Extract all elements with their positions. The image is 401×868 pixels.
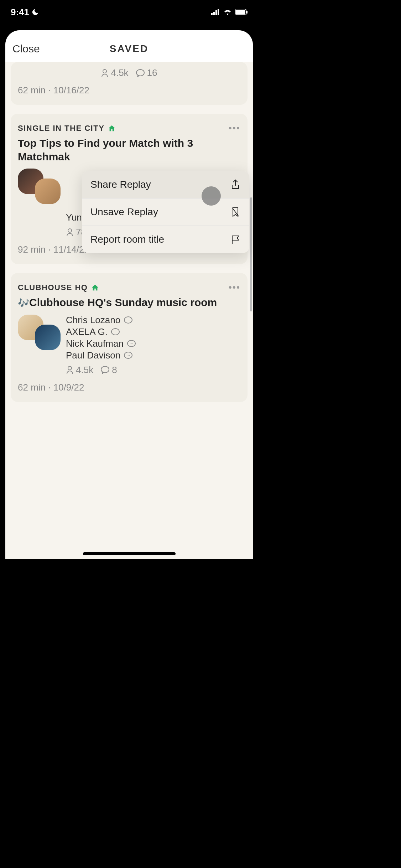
avatar-stack: [18, 169, 61, 204]
speaker-row: Paul Davison⋯: [66, 350, 240, 361]
avatar-stack: [18, 315, 61, 350]
comment-count: 16: [136, 67, 157, 78]
more-button[interactable]: •••: [229, 282, 240, 293]
chat-icon: ⋯: [124, 352, 132, 359]
stats-row: 4.5k 8: [66, 365, 240, 376]
svg-point-11: [68, 366, 72, 370]
svg-rect-5: [235, 10, 245, 15]
speaker-row: AXELA G.⋯: [66, 326, 240, 337]
svg-rect-3: [218, 9, 219, 15]
person-icon: [66, 366, 74, 374]
club-label: CLUBHOUSE HQ: [18, 283, 88, 292]
status-time: 9:41: [11, 7, 39, 18]
wifi-icon: [223, 9, 232, 15]
speaker-row: Chris Lozano⋯: [66, 315, 240, 326]
club-label: SINGLE IN THE CITY: [18, 124, 104, 133]
chat-icon: ⋯: [127, 340, 136, 347]
info-column: Chris Lozano⋯ AXELA G.⋯ Nick Kaufman⋯ Pa…: [66, 315, 240, 376]
speaker-name: Paul Davison: [66, 350, 120, 361]
battery-icon: [235, 9, 248, 15]
chat-icon: ⋯: [124, 316, 132, 324]
context-menu: Share Replay Unsave Replay Report room t…: [82, 171, 249, 253]
room-title: 🎶Clubhouse HQ's Sunday music room: [18, 296, 240, 309]
room-title: Top Tips to Find your Match with 3 Match…: [18, 136, 240, 163]
more-button[interactable]: •••: [229, 123, 240, 134]
comment-value: 16: [147, 67, 157, 78]
scrollbar[interactable]: [250, 197, 252, 311]
svg-point-9: [68, 229, 72, 232]
flag-icon: [230, 234, 241, 245]
header: Close SAVED: [5, 30, 253, 62]
person-icon: [101, 69, 109, 77]
close-button[interactable]: Close: [12, 43, 40, 55]
moon-icon: [31, 8, 39, 16]
speaker-name: Nick Kaufman: [66, 338, 124, 349]
comment-count: 8: [100, 365, 117, 376]
svg-point-8: [136, 69, 144, 76]
speaker-name: AXELA G.: [66, 326, 108, 337]
menu-label: Unsave Replay: [90, 206, 158, 218]
menu-label: Share Replay: [90, 179, 151, 190]
club-row: CLUBHOUSE HQ •••: [18, 282, 240, 293]
music-icon: 🎶: [18, 298, 29, 308]
club-name: SINGLE IN THE CITY: [18, 124, 116, 133]
comment-icon: [100, 366, 110, 374]
menu-label: Report room title: [90, 234, 164, 245]
listener-value: 4.5k: [111, 67, 128, 78]
svg-rect-6: [246, 11, 248, 14]
app-panel: Close SAVED 4.5k 16 62 min · 10/16/22: [5, 30, 253, 559]
share-icon: [230, 179, 241, 190]
svg-rect-1: [213, 12, 215, 15]
listener-count: 4.5k: [101, 67, 128, 78]
touch-indicator: [202, 186, 221, 206]
content-scroll[interactable]: 4.5k 16 62 min · 10/16/22 SINGLE IN THE …: [5, 62, 253, 551]
avatar: [35, 179, 61, 204]
report-room-item[interactable]: Report room title: [82, 226, 249, 253]
club-row: SINGLE IN THE CITY •••: [18, 123, 240, 134]
comment-value: 8: [112, 365, 117, 376]
share-replay-item[interactable]: Share Replay: [82, 171, 249, 198]
saved-card[interactable]: 4.5k 16 62 min · 10/16/22: [11, 62, 248, 105]
meta-text: 62 min · 10/9/22: [18, 382, 240, 393]
meta-text: 62 min · 10/16/22: [18, 85, 240, 96]
saved-card[interactable]: CLUBHOUSE HQ ••• 🎶Clubhouse HQ's Sunday …: [11, 273, 248, 402]
chat-icon: ⋯: [111, 328, 120, 335]
unsave-replay-item[interactable]: Unsave Replay: [82, 198, 249, 226]
signal-icon: [211, 9, 220, 15]
svg-rect-2: [215, 10, 217, 15]
speaker-row: Nick Kaufman⋯: [66, 338, 240, 349]
bookmark-remove-icon: [230, 207, 241, 217]
listener-count: 4.5k: [66, 365, 93, 376]
svg-point-7: [103, 69, 106, 73]
title-text: Clubhouse HQ's Sunday music room: [29, 296, 217, 308]
status-icons: [211, 9, 248, 15]
svg-rect-0: [211, 13, 213, 15]
avatar: [35, 325, 61, 350]
home-icon: [108, 124, 116, 132]
speaker-name: Chris Lozano: [66, 315, 120, 326]
listener-value: 4.5k: [76, 365, 93, 376]
svg-point-12: [101, 366, 109, 373]
page-title: SAVED: [110, 43, 149, 55]
stats-row: 4.5k 16: [18, 67, 240, 78]
comment-icon: [136, 69, 145, 77]
status-bar: 9:41: [0, 0, 258, 24]
person-icon: [66, 228, 74, 237]
home-indicator[interactable]: [83, 552, 176, 555]
home-icon: [91, 284, 99, 291]
club-name: CLUBHOUSE HQ: [18, 283, 99, 292]
card-body: Chris Lozano⋯ AXELA G.⋯ Nick Kaufman⋯ Pa…: [18, 315, 240, 376]
time-text: 9:41: [11, 7, 29, 18]
